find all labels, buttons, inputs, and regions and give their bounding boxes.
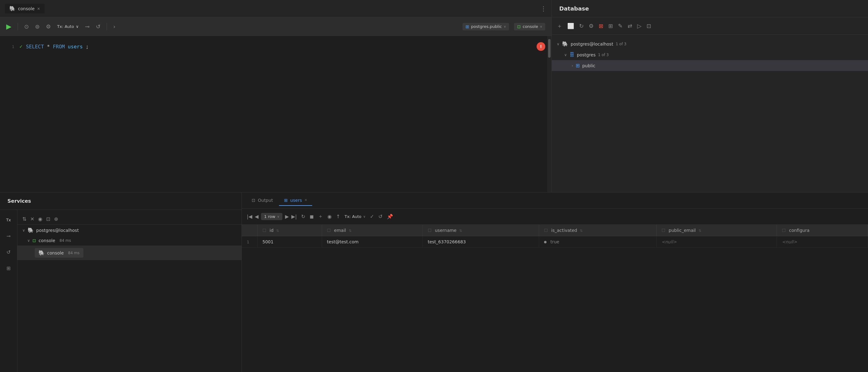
stop-icon[interactable]: ⊚ xyxy=(35,23,40,30)
tab-users-close-icon[interactable]: ✕ xyxy=(304,198,307,202)
connection-dropdown[interactable]: ⊞ postgres.public ∨ xyxy=(463,23,509,30)
col-username-icon: ☐ xyxy=(428,228,432,233)
th-id[interactable]: ☐ id ⇅ xyxy=(257,225,322,236)
editor-scrollbar[interactable] xyxy=(547,36,552,192)
sort-email-icon[interactable]: ⇅ xyxy=(349,229,351,233)
svc-close-icon[interactable]: ✕ xyxy=(30,216,34,222)
commit-side-icon[interactable]: ⊸ xyxy=(4,231,13,241)
db-edit-icon[interactable]: ✎ xyxy=(618,23,622,29)
nav-buttons: |◀ ◀ 1 row ∨ ▶ ▶| xyxy=(247,213,297,220)
db-export-icon[interactable]: ⇄ xyxy=(628,23,632,29)
editor-scrollbar-thumb xyxy=(548,39,551,58)
db-disconnect-icon[interactable]: ⊠ xyxy=(599,23,603,29)
th-username[interactable]: ☐ username ⇅ xyxy=(423,225,539,236)
sort-id-icon[interactable]: ⇅ xyxy=(276,229,279,233)
eye-results-icon[interactable]: ◉ xyxy=(328,214,332,219)
tab-output[interactable]: ⊡ Output xyxy=(247,195,278,206)
db-copy-icon[interactable]: ⬜ xyxy=(567,23,574,29)
db-add-icon[interactable]: ＋ xyxy=(557,22,562,30)
console-icon: ⊡ xyxy=(517,24,521,29)
sort-activated-icon[interactable]: ⇅ xyxy=(580,229,583,233)
col-id-icon: ☐ xyxy=(262,228,267,233)
sort-username-icon[interactable]: ⇅ xyxy=(459,229,462,233)
code-editor[interactable]: 1 ✓ SELECT * FROM users ; ! xyxy=(0,36,552,192)
confirm-icon[interactable]: ✓ xyxy=(370,214,374,219)
results-tx-label: Tx: Auto xyxy=(344,214,361,219)
cell-configura: <null> xyxy=(777,236,868,248)
more-options-icon[interactable]: ⋮ xyxy=(540,5,547,12)
tx-icon[interactable]: Tx xyxy=(4,215,13,225)
col-username-label: username xyxy=(435,228,457,233)
database-icon: 🗄 xyxy=(569,52,575,58)
expand-icon[interactable]: › xyxy=(113,23,115,30)
db-filter-icon[interactable]: ⊡ xyxy=(646,23,651,29)
th-public-email[interactable]: ☐ public_email ⇅ xyxy=(656,225,777,236)
svc-pg-icon: 🐘 xyxy=(28,227,34,233)
settings-icon[interactable]: ⚙ xyxy=(46,23,51,30)
nav-prev-icon[interactable]: ◀ xyxy=(255,214,258,219)
cell-row-num: 1 xyxy=(242,236,257,248)
history-icon[interactable]: ⊙ xyxy=(24,23,29,30)
nav-next-icon[interactable]: ▶ xyxy=(285,214,289,219)
tree-item-database[interactable]: ∨ 🗄 postgres 1 of 3 xyxy=(552,49,868,60)
th-email[interactable]: ☐ email ⇅ xyxy=(322,225,423,236)
results-toolbar: |◀ ◀ 1 row ∨ ▶ ▶| ↻ ◼ ＋ ◉ ↑ Tx: Auto ∨ ✓… xyxy=(242,209,868,225)
svc-console-parent-icon: ⊡ xyxy=(33,238,36,243)
upload-icon[interactable]: ↑ xyxy=(336,214,340,219)
results-tabs: ⊡ Output ⊞ users ✕ xyxy=(242,192,868,209)
tab-users[interactable]: ⊞ users ✕ xyxy=(279,195,312,206)
svc-server-label: postgres@localhost xyxy=(36,228,79,233)
cell-email: test@test.com xyxy=(322,236,423,248)
db-refresh-icon[interactable]: ↻ xyxy=(579,23,584,29)
col-configura-label: configura xyxy=(789,228,809,233)
db-table-icon[interactable]: ⊞ xyxy=(608,23,613,29)
nav-last-icon[interactable]: ▶| xyxy=(291,214,297,219)
row-count-badge[interactable]: 1 row ∨ xyxy=(261,213,282,220)
tree-database-label: postgres xyxy=(577,52,595,57)
svc-item-server[interactable]: ∨ 🐘 postgres@localhost xyxy=(18,225,242,236)
svc-new-tab-icon[interactable]: ⊡ xyxy=(46,216,50,222)
col-configura-icon: ☐ xyxy=(782,228,786,233)
console-dropdown[interactable]: ⊡ console ∨ xyxy=(514,23,545,30)
postgres-elephant-icon: 🐘 xyxy=(9,6,16,11)
svc-expand-icon[interactable]: ⇅ xyxy=(22,216,26,222)
db-play-icon[interactable]: ▷ xyxy=(638,23,642,29)
db-settings2-icon[interactable]: ⚙ xyxy=(589,23,594,29)
results-table-wrap[interactable]: ☐ id ⇅ ☐ email ⇅ ☐ username ⇅ xyxy=(242,225,868,372)
database-toolbar: ＋ ⬜ ↻ ⚙ ⊠ ⊞ ✎ ⇄ ▷ ⊡ xyxy=(552,18,868,35)
undo-results-icon[interactable]: ↺ xyxy=(378,214,382,219)
cell-public-email: <null> xyxy=(656,236,777,248)
commit-icon[interactable]: ⊸ xyxy=(85,23,90,30)
editor-tab-close[interactable]: × xyxy=(37,6,40,11)
tx-dropdown[interactable]: Tx: Auto ∨ xyxy=(57,24,79,29)
refresh-results-icon[interactable]: ↻ xyxy=(301,214,305,219)
row-count-label: 1 row xyxy=(264,214,275,219)
nav-first-icon[interactable]: |◀ xyxy=(247,214,252,219)
line-number-1: 1 xyxy=(5,44,14,49)
th-is-activated[interactable]: ☐ is_activated ⇅ xyxy=(539,225,657,236)
stop-results-icon[interactable]: ◼ xyxy=(310,214,314,219)
add-row-icon[interactable]: ＋ xyxy=(318,213,323,220)
rollback-side-icon[interactable]: ↺ xyxy=(4,247,13,257)
th-configura[interactable]: ☐ configura xyxy=(777,225,868,236)
editor-panel: 🐘 console × ⋮ ▶ ⊙ ⊚ ⚙ Tx: Auto ∨ ⊸ ↺ › xyxy=(0,0,552,192)
connection-label: postgres.public xyxy=(471,24,502,29)
editor-tab-console[interactable]: 🐘 console × xyxy=(5,4,44,13)
grid-side-icon[interactable]: ⊞ xyxy=(4,263,13,273)
results-tx-dropdown[interactable]: Tx: Auto ∨ xyxy=(344,214,366,219)
cell-id: 5001 xyxy=(257,236,322,248)
svc-eye-icon[interactable]: ◉ xyxy=(38,216,42,222)
svc-add-icon[interactable]: ⊕ xyxy=(54,216,58,222)
tree-server-label: postgres@localhost xyxy=(571,41,613,46)
cell-is-activated: true xyxy=(539,236,657,248)
pin-icon[interactable]: 📌 xyxy=(387,214,393,219)
svc-item-console-parent[interactable]: ∨ ⊡ console 84 ms xyxy=(18,236,242,246)
rollback-icon[interactable]: ↺ xyxy=(96,23,100,30)
services-left-icons: Tx ⊸ ↺ ⊞ xyxy=(0,210,18,372)
database-title: Database xyxy=(559,5,589,12)
sort-public-email-icon[interactable]: ⇅ xyxy=(699,229,701,233)
tree-item-schema[interactable]: › ⊞ public xyxy=(552,60,868,71)
tree-item-server[interactable]: ∨ 🐘 postgres@localhost 1 of 3 xyxy=(552,38,868,49)
run-button[interactable]: ▶ xyxy=(6,23,11,30)
svc-item-console-child[interactable]: 🐘 console 84 ms xyxy=(18,246,242,260)
